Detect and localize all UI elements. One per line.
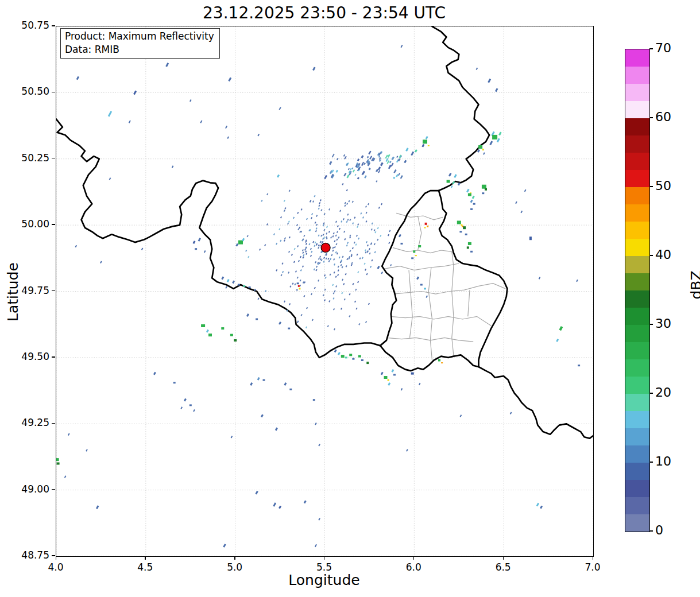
x-tickmark	[503, 556, 504, 560]
colorbar-segment	[625, 377, 649, 394]
x-tickmark	[145, 556, 145, 560]
y-tick-label: 50.25	[14, 152, 49, 164]
colorbar-segment	[625, 308, 649, 325]
y-tickmark	[52, 356, 55, 357]
colorbar-tickmark	[649, 462, 653, 462]
colorbar-segment	[625, 187, 649, 205]
x-tick-label: 6.0	[393, 561, 434, 573]
plot-title: 23.12.2025 23:50 - 23:54 UTC	[56, 3, 593, 22]
x-tick-label: 4.5	[125, 561, 165, 573]
colorbar-segment	[625, 359, 649, 377]
colorbar-tickmark	[649, 186, 653, 187]
x-tick-label: 6.5	[483, 561, 523, 573]
colorbar-segment	[625, 463, 649, 480]
y-tick-label: 50.00	[14, 218, 49, 230]
colorbar-tick-label: 60	[655, 110, 671, 124]
colorbar-tick-label: 0	[655, 523, 663, 537]
x-tick-label: 4.0	[36, 561, 76, 573]
data-source-line: Data: RMIB	[65, 43, 214, 56]
colorbar-segment	[625, 480, 649, 498]
x-tick-label: 7.0	[573, 561, 613, 573]
y-tick-label: 50.75	[14, 20, 49, 31]
colorbar-tick-label: 70	[655, 41, 671, 55]
colorbar-segment	[625, 342, 649, 360]
colorbar-segment	[625, 394, 649, 412]
colorbar-segment	[625, 222, 649, 239]
colorbar-tickmark	[649, 255, 653, 255]
y-axis-label: Latitude	[5, 258, 21, 327]
colorbar-tickmark	[649, 48, 653, 49]
y-tickmark	[52, 290, 55, 291]
colorbar-segment	[625, 290, 649, 308]
map-plot-area: Product: Maximum Reflectivity Data: RMIB	[56, 26, 594, 557]
y-tickmark	[52, 224, 55, 224]
y-tick-label: 48.75	[14, 549, 49, 561]
x-axis-label: Longitude	[56, 572, 593, 588]
y-tickmark	[52, 25, 55, 26]
colorbar-segment	[625, 445, 649, 463]
colorbar-label: dBZ	[688, 251, 700, 320]
y-tick-label: 49.50	[14, 351, 49, 362]
colorbar-tick-label: 30	[655, 316, 671, 331]
echo-layer	[56, 45, 580, 548]
colorbar-segment	[625, 153, 649, 170]
colorbar-tick-label: 40	[655, 247, 671, 262]
colorbar-tickmark	[649, 393, 653, 393]
y-tickmark	[52, 158, 55, 158]
clutter-layer	[245, 168, 392, 331]
colorbar-segment	[625, 67, 649, 84]
x-tickmark	[324, 556, 324, 560]
colorbar-segment	[625, 170, 649, 188]
x-tickmark	[234, 556, 235, 560]
radar-site-marker	[321, 243, 330, 252]
colorbar-segment	[625, 135, 649, 153]
x-tickmark	[593, 556, 593, 560]
colorbar-tick-label: 50	[655, 179, 671, 193]
y-tick-label: 49.00	[14, 483, 49, 495]
colorbar-segment	[625, 204, 649, 222]
y-tick-label: 49.25	[14, 417, 49, 428]
y-tickmark	[52, 423, 55, 424]
y-tick-label: 50.50	[14, 86, 49, 97]
product-line: Product: Maximum Reflectivity	[65, 30, 214, 43]
colorbar-segment	[625, 411, 649, 429]
product-info-box: Product: Maximum Reflectivity Data: RMIB	[60, 28, 220, 59]
colorbar-segment	[625, 325, 649, 343]
colorbar-tick-label: 20	[655, 385, 671, 400]
colorbar-segment	[625, 118, 649, 136]
colorbar-segment	[625, 49, 649, 67]
radar-map	[56, 26, 593, 556]
colorbar-segment	[625, 514, 649, 532]
x-tick-label: 5.5	[304, 561, 345, 573]
colorbar-segment	[625, 256, 649, 274]
x-tickmark	[413, 556, 414, 560]
y-tickmark	[52, 92, 55, 92]
colorbar-segment	[625, 101, 649, 119]
colorbar-tickmark	[649, 324, 653, 324]
colorbar	[625, 49, 650, 532]
colorbar-tickmark	[649, 117, 653, 118]
colorbar-segment	[625, 84, 649, 102]
colorbar-segment	[625, 428, 649, 446]
y-tickmark	[52, 555, 55, 556]
y-tickmark	[52, 489, 55, 490]
grid-lines	[56, 26, 593, 556]
colorbar-segment	[625, 239, 649, 257]
colorbar-tickmark	[649, 530, 653, 531]
x-tickmark	[56, 556, 56, 560]
x-tick-label: 5.0	[215, 561, 255, 573]
colorbar-tick-label: 10	[655, 454, 671, 468]
colorbar-segment	[625, 273, 649, 291]
speckle-field-layer	[324, 150, 403, 179]
colorbar-segment	[625, 497, 649, 515]
